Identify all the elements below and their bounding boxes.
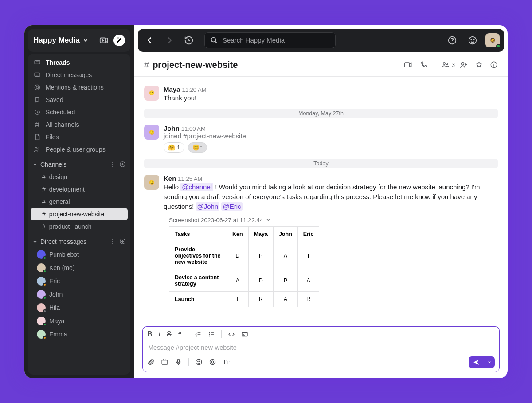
dm-user[interactable]: Emma (28, 328, 130, 341)
message-text: Hello @channel ! Would you mind taking a… (164, 182, 498, 211)
help-button[interactable] (445, 33, 460, 48)
channel-product_launch[interactable]: #product_launch (31, 220, 128, 233)
avatar[interactable]: 🙂 (144, 125, 159, 140)
mention[interactable]: @Eric (221, 202, 242, 211)
table-row: LaunchIRAR (169, 291, 319, 307)
svg-point-17 (462, 63, 464, 65)
history-button[interactable] (181, 33, 196, 48)
avatar (37, 317, 46, 325)
bold-button[interactable]: B (147, 330, 153, 338)
presence-dot-icon (43, 309, 47, 313)
add-reaction-button[interactable]: 😊⁺ (188, 142, 207, 153)
italic-button[interactable]: I (159, 330, 160, 338)
nav-dm[interactable]: Direct messages (28, 69, 130, 81)
workspace-header[interactable]: Happy Media (28, 29, 130, 52)
dm-user[interactable]: John (28, 288, 130, 301)
svg-rect-24 (177, 359, 179, 363)
codeblock-button[interactable] (241, 331, 248, 338)
info-icon[interactable] (490, 61, 498, 69)
mention[interactable]: @John (196, 202, 220, 211)
compose-input[interactable]: Message #project-new-website (147, 339, 495, 356)
channel-general[interactable]: #general (31, 196, 128, 208)
nav-people[interactable]: People & user groups (28, 143, 130, 156)
svg-point-21 (209, 336, 209, 336)
channels-more-icon[interactable]: ⋮ (110, 161, 116, 168)
nav-bookmark[interactable]: Saved (28, 94, 130, 106)
nav-at[interactable]: Mentions & reactions (28, 81, 130, 94)
add-channel-button[interactable] (119, 161, 126, 168)
quote-button[interactable]: ❝ (178, 330, 182, 339)
code-button[interactable] (228, 331, 235, 338)
reaction-pill[interactable]: 🤗 1 (164, 142, 184, 153)
add-dm-button[interactable] (119, 238, 126, 245)
current-user-avatar[interactable]: 🧔 (485, 33, 500, 47)
svg-rect-1 (35, 60, 40, 64)
workspace-name: Happy Media (33, 36, 80, 45)
clock-icon (33, 109, 41, 116)
svg-point-27 (200, 361, 200, 361)
threads-icon (33, 59, 41, 66)
message: 🙂John11:00 AMjoined #project-new-website… (134, 124, 508, 153)
avatar (37, 303, 46, 312)
nav-file[interactable]: Files (28, 131, 130, 143)
message-list: 🙂Maya11:20 AMThank you!Monday, May 27th🙂… (134, 77, 508, 322)
channel-development[interactable]: #development (31, 183, 128, 196)
video-call-icon[interactable] (404, 60, 413, 69)
emoji-face-button[interactable] (465, 33, 480, 48)
presence-dot-icon (43, 296, 47, 300)
dm-user[interactable]: Eric (28, 274, 130, 288)
add-member-button[interactable] (459, 60, 468, 69)
svg-point-3 (36, 86, 39, 88)
emoji-button[interactable] (195, 358, 203, 366)
nav-clock[interactable]: Scheduled (28, 106, 130, 118)
members-button[interactable]: 3 (442, 61, 455, 69)
svg-rect-23 (162, 360, 168, 365)
attach-file-button[interactable] (147, 358, 155, 366)
dms-more-icon[interactable]: ⋮ (110, 238, 116, 245)
channel-design[interactable]: #design (31, 171, 128, 183)
dm-user[interactable]: Maya (28, 314, 130, 328)
ordered-list-button[interactable] (195, 331, 202, 338)
avatar (37, 277, 46, 286)
presence-dot-icon (43, 336, 47, 340)
send-button[interactable] (469, 356, 495, 368)
video-plus-icon[interactable] (99, 35, 109, 45)
compose-box[interactable]: B I S ❝ Message #project-new-website (142, 326, 500, 372)
hashtag-icon: # (144, 60, 149, 70)
phone-call-icon[interactable] (420, 61, 428, 69)
audio-record-button[interactable] (175, 358, 182, 366)
dms-section-header[interactable]: Direct messages⋮ (28, 233, 130, 248)
strikethrough-button[interactable]: S (167, 330, 172, 338)
dm-user[interactable]: Ken (me) (28, 261, 130, 274)
schedule-button[interactable] (161, 358, 168, 366)
text-format-button[interactable]: TT (223, 358, 229, 366)
pin-icon[interactable] (475, 61, 483, 69)
mention[interactable]: @channel (180, 183, 213, 191)
attachment-title[interactable]: Screenshot 2023-06-27 at 11.22.44 (159, 217, 508, 223)
svg-point-15 (443, 63, 446, 65)
unordered-list-button[interactable] (208, 331, 215, 338)
send-options-button[interactable] (484, 358, 495, 367)
search-input[interactable]: Search Happy Media (204, 32, 336, 48)
svg-point-19 (209, 332, 209, 333)
nav-threads[interactable]: Threads (28, 56, 130, 69)
message-text: Thank you! (164, 93, 498, 103)
dm-user[interactable]: Hila (28, 301, 130, 314)
avatar[interactable]: 🙂 (144, 175, 159, 190)
nav-hashes[interactable]: All channels (28, 118, 130, 131)
presence-dot-icon (43, 256, 47, 260)
search-icon (210, 36, 218, 44)
back-button[interactable] (142, 33, 157, 48)
mention-button[interactable] (209, 358, 216, 366)
dm-user[interactable]: Pumblebot (28, 248, 130, 261)
avatar[interactable]: 🙂 (144, 86, 159, 101)
format-toolbar: B I S ❝ (147, 330, 495, 339)
message-header: Ken11:25 AM (164, 175, 498, 182)
people-icon (33, 146, 41, 153)
system-text: joined #project-new-website (164, 132, 498, 140)
channel-project-new-website[interactable]: #project-new-website (31, 208, 128, 220)
forward-button[interactable] (162, 33, 177, 48)
at-icon (33, 84, 41, 91)
channels-section-header[interactable]: Channels⋮ (28, 156, 130, 171)
compose-button[interactable] (113, 35, 125, 46)
